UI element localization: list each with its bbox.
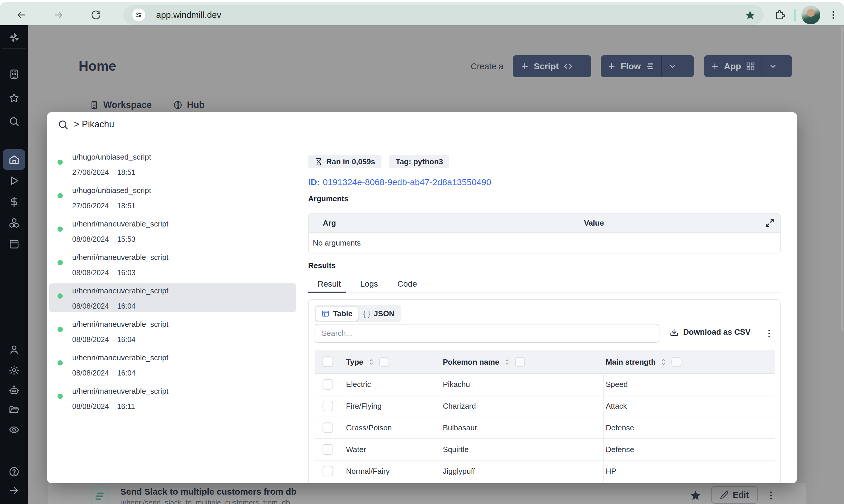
run-list-item[interactable]: u/henri/maneuverable_script 08/08/2024 1… [49,250,297,279]
sidebar-item-home-active[interactable] [3,149,25,170]
browser-chrome: app.windmill.dev [0,0,844,25]
job-id-link[interactable]: 0191324e-8068-9edb-ab47-2d8a13550490 [323,177,491,187]
run-timestamp: 27/06/2024 18:51 [72,201,293,210]
run-time: 18:51 [117,168,136,177]
table-row[interactable]: Fire/Flying Charizard Attack [315,395,775,417]
sidebar-item-user-icon[interactable] [8,344,20,355]
run-list-item[interactable]: u/henri/maneuverable_script 08/08/2024 1… [49,216,297,245]
sidebar-item-schedules-calendar-icon[interactable] [8,238,20,249]
sidebar-item-settings-gear-icon[interactable] [8,365,20,376]
sidebar-item-help-icon[interactable] [8,466,20,477]
back-icon[interactable] [16,10,26,20]
row-checkbox[interactable] [323,466,333,476]
sidebar-expand-arrow-icon[interactable] [8,485,20,496]
page-scrollbar[interactable] [841,26,843,331]
toggle-table-view[interactable]: Table [316,307,358,321]
success-status-dot [57,360,63,365]
sidebar-item-resources-boxes-icon[interactable] [8,217,20,228]
select-all-checkbox[interactable] [323,357,333,367]
create-flow-dropdown[interactable] [662,55,683,77]
reload-icon[interactable] [91,10,101,20]
row-checkbox[interactable] [323,401,333,411]
address-bar[interactable]: app.windmill.dev [123,5,764,25]
sidebar-item-audit-eye-icon[interactable] [8,424,20,435]
column-header-main-strength[interactable]: Main strength [606,350,681,374]
sidebar-item-search-icon[interactable] [8,116,20,127]
url-text[interactable]: app.windmill.dev [156,5,221,25]
bookmark-star-icon[interactable] [743,8,757,21]
flow-row-kebab-icon[interactable] [766,490,776,501]
sidebar-item-runs-play-icon[interactable] [8,175,20,186]
column-filter-toggle[interactable] [515,357,525,367]
cell-pokemon-name: Charizard [443,395,476,417]
column-filter-toggle[interactable] [379,357,389,367]
page-title: Home [79,58,116,74]
tab-result[interactable]: Result [318,279,341,291]
site-info-icon[interactable] [132,8,145,21]
run-list-item[interactable]: u/henri/maneuverable_script 08/08/2024 1… [49,384,297,412]
cell-type: Grass/Poison [346,417,392,438]
edit-button[interactable]: Edit [711,486,758,504]
create-flow-button[interactable]: Flow [601,55,694,77]
create-script-button[interactable]: Script [513,55,591,77]
run-list-item[interactable]: u/hugo/unbiased_script 27/06/2024 18:51 [49,150,297,178]
row-checkbox[interactable] [323,379,333,390]
sort-icon[interactable] [367,358,375,366]
expand-icon[interactable] [765,218,775,228]
forward-icon[interactable] [53,10,64,20]
toggle-table-label: Table [333,309,353,318]
search-query-text[interactable]: > Pikachu [74,112,114,137]
success-status-dot [57,260,63,265]
run-list-item[interactable]: u/henri/maneuverable_script 08/08/2024 1… [49,283,297,312]
tab-hub[interactable]: Hub [173,100,204,110]
column-header-type[interactable]: Type [346,350,389,374]
table-row[interactable]: Grass/Poison Bulbasaur Defense [315,417,775,439]
results-title: Results [308,261,336,270]
flow-list-row[interactable]: Send Slack to multiple customers from db… [49,483,806,504]
windmill-logo[interactable] [8,32,20,43]
sidebar-item-variables-dollar-icon[interactable] [8,196,20,208]
run-list-item[interactable]: u/hugo/unbiased_script 27/06/2024 18:51 [49,183,297,212]
run-detail-panel: Ran in 0,059s Tag: python3 ID:0191324e-8… [308,138,797,483]
table-row[interactable]: Water Squirtle Defense [315,439,775,461]
arguments-table: Arg Value No arguments [308,213,780,253]
sort-icon[interactable] [660,358,667,366]
run-time: 16:04 [117,302,136,310]
run-date: 08/08/2024 [72,235,109,244]
search-icon [57,119,69,130]
column-header-pokemon-name[interactable]: Pokemon name [443,350,525,374]
tab-logs[interactable]: Logs [360,279,378,291]
download-csv-button[interactable]: Download as CSV [670,328,751,337]
plus-icon [607,62,616,71]
run-list-item[interactable]: u/henri/maneuverable_script 08/08/2024 1… [49,350,297,379]
table-icon [321,309,329,318]
row-checkbox[interactable] [323,444,333,455]
create-app-button[interactable]: App [704,55,792,77]
sidebar-item-workspace[interactable] [8,69,20,80]
result-search-input[interactable] [315,324,660,343]
favorite-star-icon[interactable] [690,490,701,501]
sort-icon[interactable] [503,358,511,366]
column-filter-toggle[interactable] [671,357,681,367]
run-list-item[interactable]: u/henri/maneuverable_script 08/08/2024 1… [49,317,297,346]
duration-badge-label: Ran in 0,059s [326,157,375,166]
sidebar-item-folders-icon[interactable] [8,404,20,415]
braces-icon: { } [363,309,370,318]
app-grid-icon [746,61,755,71]
table-row[interactable]: Electric Pikachu Speed [315,374,775,395]
row-checkbox[interactable] [323,422,333,433]
toggle-json-view[interactable]: { } JSON [358,307,400,321]
avatar[interactable] [802,5,820,24]
browser-menu-kebab-icon[interactable] [828,10,839,20]
cell-main-strength: HP [606,461,616,482]
modal-search-bar[interactable]: > Pikachu [47,112,797,137]
sidebar-item-workers-bot-icon[interactable] [8,384,20,396]
create-app-dropdown[interactable] [762,55,784,77]
result-kebab-icon[interactable] [764,328,774,339]
sidebar-item-favorites-star-icon[interactable] [8,92,20,104]
tab-workspace[interactable]: Workspace [90,100,152,110]
tab-code[interactable]: Code [397,279,417,291]
table-row[interactable]: Normal/Fairy Jigglypuff HP [315,461,775,482]
extensions-icon[interactable] [774,9,786,21]
column-label: Type [346,358,363,367]
